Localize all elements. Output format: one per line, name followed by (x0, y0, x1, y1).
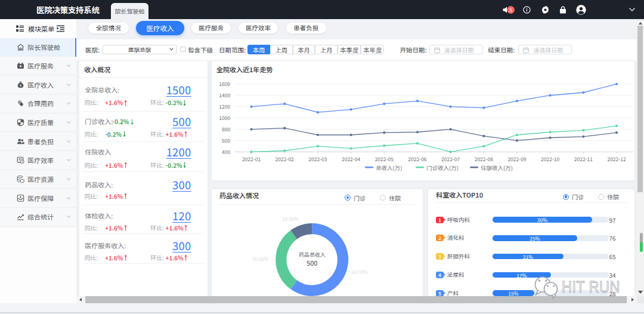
include-sub-checkbox[interactable] (180, 47, 186, 53)
calendar-icon (523, 47, 529, 53)
tab-medical-service[interactable]: 医疗服务 (191, 23, 230, 34)
mom-value: +1.6% (166, 254, 188, 262)
mom-label: 环比: (151, 224, 165, 232)
calendar-icon (434, 47, 440, 53)
svg-text:2022-07: 2022-07 (441, 155, 460, 162)
horizontal-scroll-thumb[interactable] (85, 296, 627, 303)
gear-icon[interactable] (541, 0, 549, 19)
drug-radio-1[interactable]: 门诊 (345, 193, 366, 202)
chevron-down-icon[interactable] (628, 0, 636, 19)
trend-chart-panel: 全院收入近1年走势 40060080010001200140016002022-… (212, 61, 634, 180)
dept-bar-track: 21% (493, 254, 609, 260)
lock-icon[interactable] (559, 0, 566, 19)
drug-radio-group: 门诊住院 (345, 193, 401, 202)
collapse-menu-icon[interactable] (57, 25, 64, 32)
svg-text:500: 500 (306, 258, 317, 267)
sidebar-item-label: 医疗服务 (27, 57, 54, 75)
sidebar-item-medical-security[interactable]: 医疗保障 (0, 189, 76, 208)
sidebar-item-dashboard[interactable]: 院长驾驶舱 (0, 38, 76, 57)
arrow-up-icon (184, 224, 187, 231)
dept-bar-fill: 25% (493, 235, 577, 241)
range-button-2[interactable]: 上周 (270, 45, 293, 54)
range-button-4[interactable]: 上月 (315, 45, 338, 54)
dept-radio-2[interactable]: 住院 (598, 192, 619, 201)
income-row-value[interactable]: 300 (172, 238, 191, 254)
tab-hospital-overview[interactable]: 全院情况 (88, 23, 129, 34)
sidebar-item-rational-drug-use[interactable]: 合理用药 (0, 94, 76, 113)
svg-text:2022-12: 2022-12 (607, 155, 626, 162)
svg-text:2022-05: 2022-05 (375, 155, 394, 162)
info-icon[interactable] (522, 0, 531, 19)
tab-patient-burden[interactable]: 患者负担 (286, 23, 326, 34)
sidebar-item-medical-income[interactable]: 医疗收入 (0, 75, 76, 94)
income-row-label: 门诊收入: (85, 117, 113, 126)
income-row-label: 全院总收入: (85, 85, 119, 94)
svg-text:2022-04: 2022-04 (342, 155, 361, 162)
scroll-up-button[interactable] (639, 22, 642, 24)
avatar[interactable] (575, 0, 586, 19)
sidebar-item-label: 综合统计 (27, 208, 54, 226)
chevron-down-icon (66, 214, 71, 219)
income-row-value[interactable]: 500 (172, 113, 191, 130)
horizontal-scrollbar[interactable] (76, 296, 637, 303)
range-button-5[interactable]: 本季度 (338, 45, 361, 54)
dept-bar-track: 30% (493, 217, 609, 223)
scroll-right-button[interactable] (628, 296, 637, 303)
scroll-down-button[interactable] (638, 291, 643, 294)
dept-radio-1[interactable]: 门诊 (563, 192, 584, 201)
income-row-value[interactable]: 1500 (166, 82, 191, 98)
topbar-tab-dashboard[interactable]: 院长驾驶舱 (111, 3, 148, 19)
sidebar-item-label: 患者负担 (27, 132, 54, 150)
svg-text:1600: 1600 (219, 80, 230, 87)
income-row-sub: 同比:-0.2%环比:+1.6% (85, 130, 205, 138)
sidebar-item-medical-efficiency[interactable]: 医疗效率 (0, 151, 76, 170)
drug-radio-2[interactable]: 住院 (380, 193, 401, 202)
sidebar-item-medical-resources[interactable]: 医疗资源 (0, 170, 76, 189)
range-button-3[interactable]: 本月 (293, 45, 315, 54)
income-row-value[interactable]: 300 (172, 177, 191, 193)
income-row-sub: 同比:+1.6%环比:+1.6% (85, 254, 205, 262)
mom-label: 环比: (151, 130, 165, 138)
end-date-input[interactable]: 请选择日期 (518, 45, 572, 54)
sidebar-item-medical-service[interactable]: 医疗服务 (0, 57, 76, 76)
range-button-1[interactable]: 本周 (247, 45, 270, 54)
chevron-down-icon (66, 63, 71, 68)
content-area: 全院情况医疗收入医疗服务医疗效率患者负担 医院: 医院总院 包含下级 日期范围:… (76, 19, 637, 303)
rank-badge: 2 (436, 235, 444, 241)
dept-bar-track: 25% (493, 235, 609, 241)
vertical-scroll-thumb[interactable] (637, 26, 643, 192)
sidebar-item-medical-quality[interactable]: 医疗质量 (0, 113, 76, 133)
range-button-6[interactable]: 本年度 (361, 45, 384, 54)
tab-medical-income[interactable]: 医疗收入 (136, 21, 184, 36)
tab-medical-efficiency[interactable]: 医疗效率 (239, 23, 278, 34)
income-row-value[interactable]: 120 (172, 208, 191, 224)
mom-value: +1.6% (166, 130, 188, 138)
hospital-label: 医院: (85, 39, 100, 60)
income-row-sub: 同比:+1.6% (85, 192, 205, 201)
dept-name: 呼吸内科 (447, 217, 470, 223)
radio-selected-icon (345, 195, 351, 201)
drug-radio-label: 住院 (389, 193, 401, 202)
menu-list-icon (16, 25, 24, 32)
income-row-sub: 同比:+1.6%环比:-0.2% (85, 161, 205, 170)
notification-badge: 5 (507, 6, 515, 14)
hospital-select-value: 医院总院 (103, 45, 177, 54)
bottom-strip (0, 303, 644, 314)
start-date-input[interactable]: 请选择日期 (429, 45, 483, 54)
svg-text:2022-06: 2022-06 (408, 155, 427, 162)
hospital-select[interactable]: 医院总院 (103, 45, 177, 54)
vertical-scrollbar[interactable] (637, 19, 644, 296)
income-overview-panel: 收入概况 全院总收入:1500同比:+1.6%环比:-0.2%门诊收入:-0.2… (79, 61, 208, 303)
scroll-indicator-pill[interactable] (640, 233, 643, 253)
yoy-label: 同比: (85, 254, 98, 262)
income-row-label: 体检收入: (85, 211, 113, 220)
sidebar-item-comprehensive-stats[interactable]: 综合统计 (0, 208, 76, 227)
svg-text:400: 400 (222, 148, 230, 155)
date-range-group: 本周上周本月上月本季度本年度 (247, 45, 384, 54)
scroll-left-button[interactable] (76, 296, 85, 303)
arrow-up-icon (124, 224, 127, 231)
select-caret-icon (169, 48, 174, 51)
income-row-label: 医疗服务收入: (85, 241, 126, 250)
sidebar-item-patient-burden[interactable]: 患者负担 (0, 132, 76, 151)
income-row-value[interactable]: 1200 (166, 144, 191, 160)
